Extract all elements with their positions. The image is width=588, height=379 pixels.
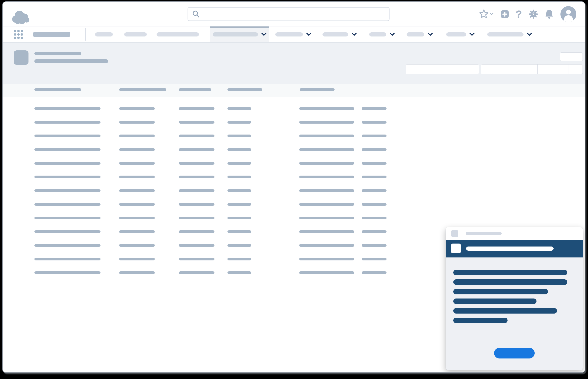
cell-placeholder-col-5 [299, 189, 354, 192]
cell-placeholder-col-4 [227, 217, 251, 219]
table-row [3, 175, 402, 178]
favorites-star-icon [479, 9, 494, 19]
cell-placeholder-col-3 [179, 258, 214, 260]
list-toolbar-button-4[interactable] [568, 64, 583, 74]
list-toolbar-button-1[interactable] [481, 64, 506, 74]
table-row [3, 203, 402, 206]
chevron-down-icon [527, 33, 532, 36]
entity-icon [14, 50, 29, 65]
cell-placeholder-col-2 [119, 244, 155, 247]
page-title-placeholder [34, 52, 81, 55]
cell-placeholder-col-3 [179, 189, 214, 192]
cell-placeholder-col-2 [119, 203, 155, 206]
cell-placeholder-col-4 [227, 162, 251, 165]
cell-placeholder-col-5 [299, 217, 354, 219]
add-button[interactable] [501, 10, 509, 18]
nav-bar [3, 26, 585, 43]
page-header [3, 43, 585, 84]
cell-placeholder-col-3 [179, 162, 214, 165]
chevron-down-icon [261, 33, 267, 36]
list-toolbar-button-3[interactable] [537, 64, 568, 74]
cell-placeholder-col-5 [299, 203, 354, 206]
header-actions: ? [479, 2, 576, 26]
help-icon: ? [515, 9, 522, 19]
popup-banner [446, 240, 583, 257]
nav-tab-label-placeholder [322, 32, 348, 36]
nav-tab-9[interactable] [446, 26, 475, 42]
cell-placeholder-col-6 [362, 107, 387, 110]
cell-placeholder-col-2 [119, 162, 155, 165]
setup-gear-icon [528, 9, 538, 19]
cell-placeholder-col-6 [362, 121, 387, 124]
cell-placeholder-col-2 [119, 230, 155, 233]
cell-placeholder-col-1 [34, 203, 101, 206]
nav-tab-4-selected[interactable] [210, 26, 269, 42]
cell-placeholder-col-3 [179, 135, 214, 137]
nav-tab-8[interactable] [407, 26, 433, 42]
nav-tab-label-placeholder [124, 32, 147, 36]
help-button[interactable]: ? [515, 9, 522, 19]
cell-placeholder-col-6 [362, 271, 387, 274]
cell-placeholder-col-2 [119, 175, 155, 178]
nav-tab-3[interactable] [157, 26, 199, 42]
popup-action-button[interactable] [494, 348, 535, 359]
cell-placeholder-col-4 [227, 244, 251, 247]
app-name-placeholder [33, 32, 70, 37]
setup-button[interactable] [528, 9, 538, 19]
cell-placeholder-col-2 [119, 135, 155, 137]
cell-placeholder-col-1 [34, 230, 101, 233]
header-action-button[interactable] [560, 52, 583, 61]
app-launcher-grid-icon [14, 30, 23, 39]
add-icon [501, 10, 509, 18]
global-search [188, 7, 390, 21]
cell-placeholder-col-4 [227, 135, 251, 137]
cell-placeholder-col-1 [34, 162, 101, 165]
nav-tab-1[interactable] [95, 26, 113, 42]
cell-placeholder-col-5 [299, 121, 354, 124]
cell-placeholder-col-5 [299, 258, 354, 260]
cell-placeholder-col-6 [362, 162, 387, 165]
cell-placeholder-col-4 [227, 230, 251, 233]
list-toolbar-button-2[interactable] [506, 64, 537, 74]
column-header-placeholder-1 [34, 88, 81, 91]
table-row [3, 271, 402, 274]
popup-text-placeholder-6 [453, 318, 508, 323]
cell-placeholder-col-5 [299, 230, 354, 233]
nav-tab-2[interactable] [124, 26, 147, 42]
global-search-input[interactable] [203, 10, 389, 19]
popup-header-title-placeholder [466, 232, 502, 235]
table-row [3, 121, 402, 124]
cell-placeholder-col-1 [34, 135, 101, 137]
nav-tab-5[interactable] [275, 26, 312, 42]
cell-placeholder-col-6 [362, 230, 387, 233]
popup-banner-title-placeholder [466, 247, 554, 251]
favorites-button[interactable] [479, 9, 494, 19]
cell-placeholder-col-4 [227, 175, 251, 178]
cell-placeholder-col-4 [227, 107, 251, 110]
cell-placeholder-col-3 [179, 271, 214, 274]
nav-tab-label-placeholder [275, 32, 303, 36]
notifications-bell-icon [545, 9, 554, 19]
column-header-placeholder-4 [227, 88, 262, 91]
notifications-button[interactable] [545, 9, 554, 19]
cell-placeholder-col-2 [119, 217, 155, 219]
nav-tab-7[interactable] [369, 26, 395, 42]
cell-placeholder-col-3 [179, 230, 214, 233]
list-search-input[interactable] [409, 64, 476, 74]
nav-tab-label-placeholder [487, 32, 524, 36]
cell-placeholder-col-5 [299, 175, 354, 178]
nav-tab-10[interactable] [487, 26, 532, 42]
page-subtitle-placeholder [34, 59, 108, 63]
cell-placeholder-col-5 [299, 271, 354, 274]
cell-placeholder-col-6 [362, 148, 387, 151]
app-launcher-button[interactable] [14, 30, 23, 39]
cell-placeholder-col-4 [227, 148, 251, 151]
user-menu-button[interactable] [560, 6, 576, 22]
cell-placeholder-col-1 [34, 258, 101, 260]
table-row [3, 135, 402, 137]
chevron-down-icon [306, 33, 312, 36]
cell-placeholder-col-5 [299, 107, 354, 110]
cell-placeholder-col-6 [362, 217, 387, 219]
cell-placeholder-col-3 [179, 148, 214, 151]
nav-tab-6[interactable] [322, 26, 357, 42]
